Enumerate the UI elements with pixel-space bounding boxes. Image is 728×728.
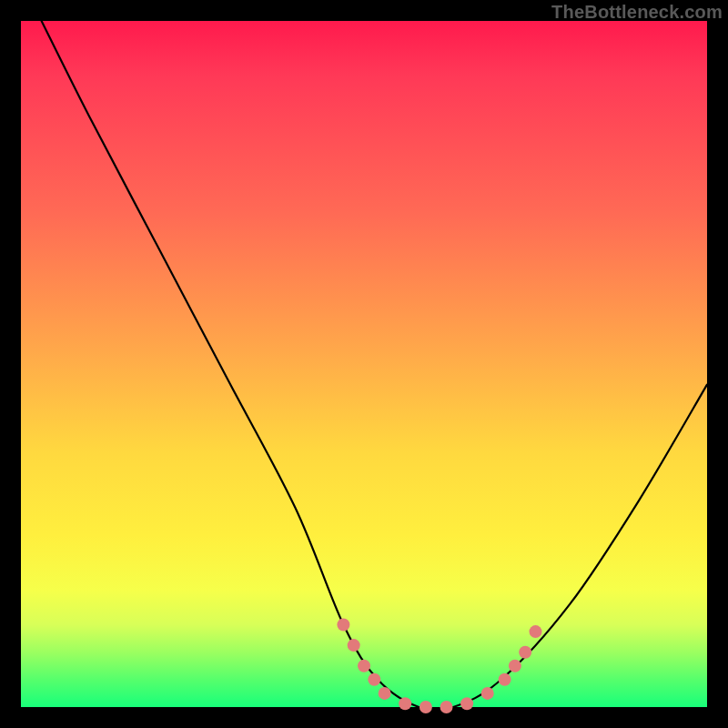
sweet-spot-dot: [440, 701, 453, 713]
bottleneck-curve: [42, 21, 707, 711]
curve-svg: [21, 21, 707, 707]
sweet-spot-dot: [368, 673, 380, 686]
sweet-spot-dot: [358, 660, 370, 672]
sweet-spot-dot: [348, 639, 360, 652]
sweet-spot-dot: [519, 646, 531, 659]
sweet-spot-dot: [509, 660, 521, 672]
chart-frame: TheBottleneck.com: [0, 0, 728, 728]
sweet-spot-dot: [499, 673, 511, 686]
sweet-spot-dots: [337, 619, 541, 714]
sweet-spot-dot: [379, 687, 391, 700]
sweet-spot-dot: [460, 697, 473, 710]
plot-area: [21, 21, 707, 707]
sweet-spot-dot: [530, 625, 542, 638]
sweet-spot-dot: [399, 697, 411, 710]
sweet-spot-dot: [481, 687, 494, 700]
watermark-text: TheBottleneck.com: [551, 2, 723, 23]
sweet-spot-dot: [420, 701, 432, 713]
sweet-spot-dot: [337, 619, 349, 632]
